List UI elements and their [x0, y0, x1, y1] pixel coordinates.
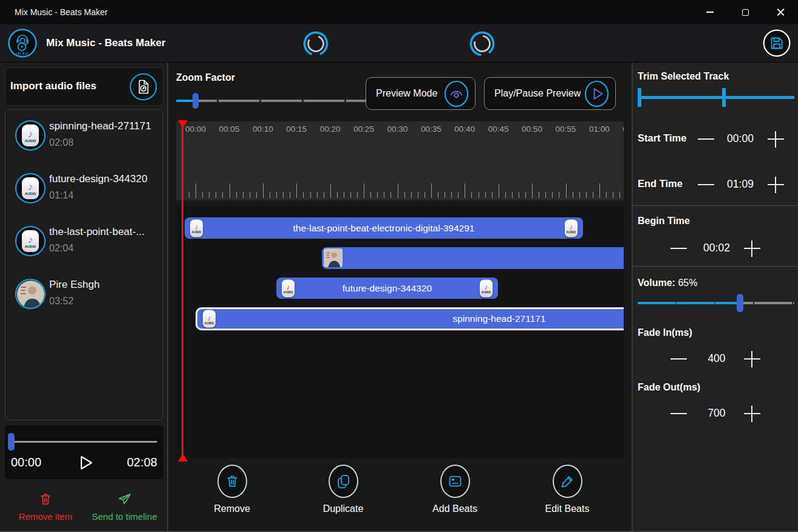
preview-mode-button[interactable]: Preview Mode: [366, 77, 476, 110]
list-item-audio-file[interactable]: ♪ AUDIO future-design-344320 01:14: [5, 171, 163, 217]
timeline-clip[interactable]: ♪AUDIO the-last-point-beat-electronic-di…: [185, 217, 583, 239]
begin-time-plus-button[interactable]: [741, 237, 763, 259]
timeline-clip-selected[interactable]: ♪AUDIO spinning-head-271171: [196, 307, 624, 330]
play-pause-preview-label: Play/Pause Preview: [494, 88, 581, 99]
ruler-tick: [189, 192, 189, 198]
ruler-tick: [566, 183, 567, 198]
play-icon: [75, 453, 95, 472]
begin-time-minus-button[interactable]: [667, 237, 689, 259]
preview-mode-label: Preview Mode: [376, 88, 437, 99]
app-header: Mix Music - Beats Maker: [0, 24, 798, 63]
fade-in-row: 400: [633, 348, 798, 370]
fade-out-plus-button[interactable]: [741, 403, 763, 425]
ruler-tick: [404, 192, 405, 198]
zoom-factor-slider[interactable]: [176, 93, 389, 109]
end-time-row: End Time 01:09: [633, 174, 798, 196]
volume-label: Volume:: [638, 278, 675, 288]
ruler-tick: [619, 192, 620, 198]
import-audio-header: Import audio files: [5, 67, 163, 106]
start-time-minus-button[interactable]: [695, 128, 717, 150]
trim-start-handle[interactable]: [638, 88, 641, 107]
timeline-clip[interactable]: ♪AUDIO future-design-344320 ♪AUDIO: [276, 278, 498, 299]
ruler-tick: [357, 192, 358, 198]
edit-beats-button[interactable]: Edit Beats: [528, 465, 607, 514]
import-file-icon: [129, 73, 157, 101]
timeline-ruler[interactable]: 00:0000:0500:1000:1500:2000:2500:3000:35…: [176, 121, 624, 200]
fade-in-minus-button[interactable]: [667, 348, 689, 370]
zoom-slider-track[interactable]: [176, 100, 389, 102]
remove-track-label: Remove: [193, 503, 271, 514]
save-floppy-icon: [763, 29, 791, 57]
window-minimize-button[interactable]: [696, 0, 724, 24]
fade-out-minus-button[interactable]: [667, 403, 689, 425]
ruler-tick: [324, 192, 324, 198]
volume-row: Volume: 65%: [638, 278, 697, 288]
timeline-tracks-panel[interactable]: ♪AUDIO the-last-point-beat-electronic-di…: [176, 206, 624, 459]
ruler-time-label: 01:05: [622, 124, 624, 134]
volume-slider[interactable]: [638, 294, 794, 312]
clip-artwork-thumbnail: [324, 248, 343, 267]
minus-icon: [698, 138, 714, 140]
loading-spinner-icon: [302, 30, 330, 58]
duplicate-track-button[interactable]: Duplicate: [304, 465, 383, 514]
ruler-tick: [599, 183, 600, 198]
end-time-plus-button[interactable]: [765, 174, 786, 196]
ruler-tick: [317, 192, 318, 198]
save-button[interactable]: [763, 29, 791, 57]
fade-in-plus-button[interactable]: [741, 348, 763, 370]
maximize-icon: [742, 9, 749, 16]
import-audio-label: Import audio files: [10, 80, 97, 92]
ruler-tick: [573, 192, 573, 198]
ruler-time-label: 00:00: [185, 124, 206, 134]
remove-track-button[interactable]: Remove: [193, 465, 271, 514]
ruler-tick: [256, 192, 257, 198]
import-audio-button[interactable]: [129, 73, 157, 101]
preview-player: 00:00 02:08: [5, 425, 163, 479]
player-progress-track[interactable]: [11, 441, 157, 443]
remove-item-button[interactable]: Remove item: [12, 491, 79, 522]
trash-icon: [224, 473, 240, 489]
audio-badge-icon: ♪AUDIO: [190, 219, 203, 237]
ruler-time-label: 00:20: [320, 124, 341, 134]
list-item-audio-file[interactable]: ♪ AUDIO spinning-head-271171 02:08: [5, 118, 163, 165]
volume-slider-thumb[interactable]: [737, 294, 743, 312]
divider: [633, 266, 798, 267]
add-beats-button[interactable]: Add Beats: [415, 465, 494, 514]
start-time-value: 00:00: [721, 132, 760, 145]
player-current-time: 00:00: [11, 455, 41, 469]
trim-range-slider[interactable]: [638, 88, 794, 107]
ruler-tick: [182, 192, 183, 198]
audio-badge-icon: ♪ AUDIO: [15, 120, 46, 151]
timeline-clip[interactable]: [322, 247, 624, 269]
fade-in-value: 400: [697, 352, 736, 365]
list-item-audio-file[interactable]: ♪ AUDIO the-last-point-beat-... 02:04: [5, 224, 163, 270]
artist-photo-avatar: [15, 279, 46, 309]
player-play-button[interactable]: [75, 453, 95, 474]
ruler-tick: [593, 192, 593, 198]
window-close-button[interactable]: [766, 0, 794, 24]
ruler-tick: [545, 192, 546, 198]
file-name: Pire Eshgh: [49, 279, 100, 291]
ruler-tick: [499, 183, 499, 198]
send-to-timeline-button[interactable]: Send to timeline: [85, 491, 164, 522]
end-time-minus-button[interactable]: [695, 174, 717, 196]
ruler-tick: [519, 192, 519, 198]
start-time-plus-button[interactable]: [765, 128, 786, 150]
sidebar: Import audio files ♪: [0, 63, 168, 532]
trim-end-handle[interactable]: [722, 88, 726, 107]
window-maximize-button[interactable]: [731, 0, 759, 24]
fade-out-value: 700: [697, 407, 736, 420]
app-title: Mix Music - Beats Maker: [46, 37, 166, 49]
player-progress-thumb[interactable]: [8, 433, 15, 451]
titlebar: Mix Music - Beats Maker: [0, 0, 798, 24]
ruler-time-label: 00:45: [488, 124, 509, 134]
fade-out-label: Fade Out(ms): [638, 382, 700, 393]
zoom-slider-thumb[interactable]: [193, 93, 199, 109]
list-item-audio-file[interactable]: Pire Eshgh 03:52: [5, 277, 163, 323]
end-time-label: End Time: [638, 178, 683, 189]
play-pause-preview-button[interactable]: Play/Pause Preview: [484, 77, 616, 110]
ruler-tick: [418, 192, 418, 198]
trim-selected-track-label: Trim Selected Track: [638, 71, 729, 82]
file-duration: 03:52: [49, 296, 73, 307]
clip-name: future-design-344320: [343, 283, 432, 294]
